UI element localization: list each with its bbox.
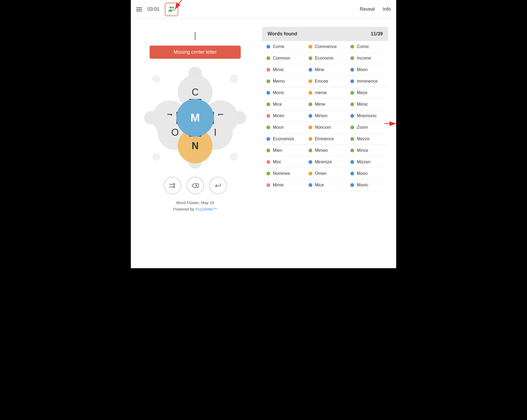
word-text: Minim	[273, 113, 284, 118]
info-button[interactable]: Info	[383, 6, 391, 12]
word-input-area[interactable]	[155, 32, 235, 40]
word-text: Meze	[357, 90, 367, 95]
outer-circle-br	[230, 153, 238, 161]
shuffle-icon	[169, 183, 176, 189]
avatar-button[interactable]	[165, 3, 178, 16]
word-dot	[350, 137, 354, 141]
word-dot	[350, 160, 354, 164]
word-cell: Eminence	[304, 133, 346, 145]
hamburger-menu-button[interactable]	[136, 8, 142, 11]
svg-point-0	[169, 6, 172, 9]
main-content: Missing center letter	[131, 19, 396, 218]
word-text: imminence	[357, 79, 377, 84]
word-dot	[266, 45, 270, 49]
left-panel: Missing center letter	[139, 24, 251, 212]
word-dot	[309, 68, 312, 72]
words-grid: ComeCommenceComicCommonEconomicIncomeMim…	[262, 41, 388, 191]
word-dot	[266, 114, 270, 118]
app-container: 03:01 Reveal In	[131, 0, 396, 268]
word-cell: Mimic	[262, 64, 304, 76]
word-cell: Economize	[262, 133, 304, 145]
word-text: Income	[357, 56, 371, 61]
word-text: Economic	[315, 56, 334, 61]
shuffle-button[interactable]	[164, 177, 181, 194]
word-text: Noncom	[315, 125, 331, 130]
word-text: Mini	[273, 160, 281, 164]
word-cell: Meze	[346, 87, 388, 99]
enter-icon	[214, 183, 221, 189]
word-text: Omen	[315, 171, 327, 176]
word-cell: Omen	[304, 168, 346, 179]
word-text: Mice	[273, 102, 282, 107]
word-dot	[266, 126, 270, 129]
word-dot	[309, 45, 312, 49]
word-dot	[266, 183, 270, 187]
game-timer: 03:01	[147, 6, 159, 12]
word-dot	[309, 160, 312, 164]
word-cell: Minimize	[304, 156, 346, 168]
word-cell: Minim	[262, 110, 304, 122]
word-cell: Moon	[346, 168, 388, 179]
word-dot	[350, 114, 354, 118]
controls	[164, 177, 227, 194]
word-cell: Come	[262, 41, 304, 53]
word-text: Mimic	[357, 102, 368, 107]
word-dot	[266, 160, 270, 164]
word-dot	[350, 56, 354, 60]
header: 03:01 Reveal In	[131, 0, 396, 19]
petal-center[interactable]: M	[176, 99, 214, 137]
word-text: Mine	[315, 67, 324, 72]
word-text: Monic	[357, 183, 368, 187]
word-text: Mizzen	[357, 160, 370, 164]
word-cell: Nominee	[262, 168, 304, 179]
word-text: Minimize	[315, 160, 332, 164]
word-dot	[266, 91, 270, 95]
header-left: 03:01	[136, 3, 178, 16]
word-cell: Monic	[346, 179, 388, 191]
word-dot	[350, 102, 354, 106]
word-text: Memo	[273, 79, 285, 84]
word-text: Moon	[357, 67, 368, 72]
reveal-button[interactable]: Reveal	[360, 6, 375, 12]
word-dot	[309, 56, 312, 60]
word-dot	[350, 149, 354, 152]
word-text: Come	[273, 44, 284, 49]
word-dot	[266, 149, 270, 152]
word-cell: Monic	[262, 87, 304, 99]
flower-puzzle: C Z E M O I	[144, 67, 246, 169]
word-dot	[350, 91, 354, 95]
word-dot	[309, 172, 312, 175]
word-cell: Income	[346, 53, 388, 64]
word-dot	[266, 56, 270, 60]
word-text: Emcee	[315, 79, 328, 84]
word-cell: Mimic	[262, 179, 304, 191]
word-text: Moon	[273, 125, 284, 130]
word-dot	[350, 183, 354, 187]
word-dot	[309, 183, 312, 187]
svg-point-1	[172, 6, 174, 8]
word-text: Common	[273, 56, 290, 61]
delete-button[interactable]	[187, 177, 204, 194]
word-text: meme	[315, 90, 327, 95]
word-cell: Common	[262, 53, 304, 64]
word-cell: Minion	[304, 110, 346, 122]
word-dot	[309, 114, 312, 118]
word-cell: Economic	[304, 53, 346, 64]
word-text: Mien	[273, 148, 282, 153]
word-cell: Mizzen	[346, 156, 388, 168]
missing-center-button[interactable]: Missing center letter	[150, 46, 241, 59]
word-dot	[309, 126, 312, 129]
outer-circle-tl	[152, 75, 160, 83]
word-text: Mime	[315, 102, 325, 107]
word-dot	[266, 68, 270, 72]
word-text: Mimic	[273, 67, 284, 72]
word-cell: Noncom	[304, 122, 346, 133]
word-cell: Zoom	[346, 122, 388, 133]
word-dot	[266, 172, 270, 175]
word-cell: Memo	[262, 76, 304, 87]
header-right: Reveal Info	[360, 6, 391, 12]
enter-button[interactable]	[209, 177, 227, 194]
words-found-title: Words found	[268, 31, 297, 37]
word-dot	[350, 45, 354, 49]
word-dot	[350, 172, 354, 175]
